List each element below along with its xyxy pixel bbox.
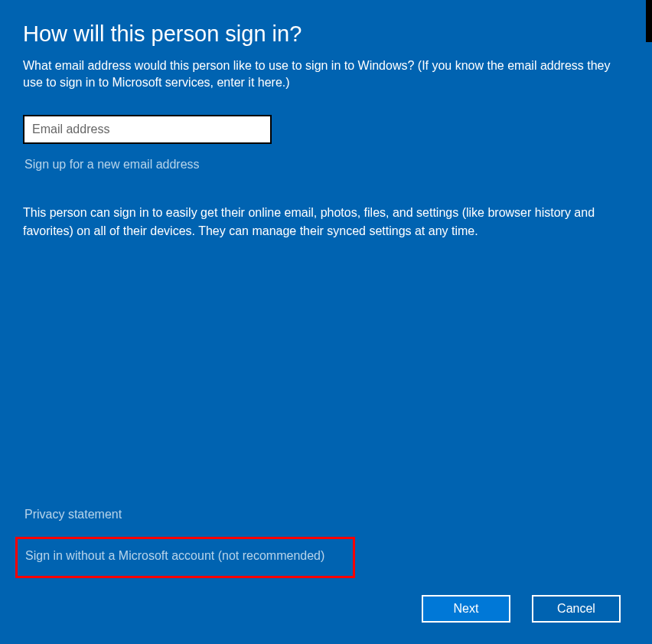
next-button[interactable]: Next (422, 595, 510, 623)
dialog-title: How will this person sign in? (23, 21, 623, 47)
signup-link[interactable]: Sign up for a new email address (23, 158, 200, 172)
signin-dialog: How will this person sign in? What email… (0, 0, 646, 644)
dialog-subtitle: What email address would this person lik… (23, 57, 623, 92)
button-row: Next Cancel (23, 595, 623, 629)
cancel-button[interactable]: Cancel (532, 595, 621, 623)
scrollbar-track (646, 0, 652, 644)
scrollbar-thumb[interactable] (646, 0, 652, 42)
spacer (23, 240, 623, 508)
info-text: This person can sign in to easily get th… (23, 204, 623, 240)
signin-without-account-link[interactable]: Sign in without a Microsoft account (not… (24, 549, 324, 563)
privacy-link[interactable]: Privacy statement (23, 508, 122, 521)
email-input[interactable] (23, 115, 272, 144)
highlight-box: Sign in without a Microsoft account (not… (15, 537, 355, 578)
